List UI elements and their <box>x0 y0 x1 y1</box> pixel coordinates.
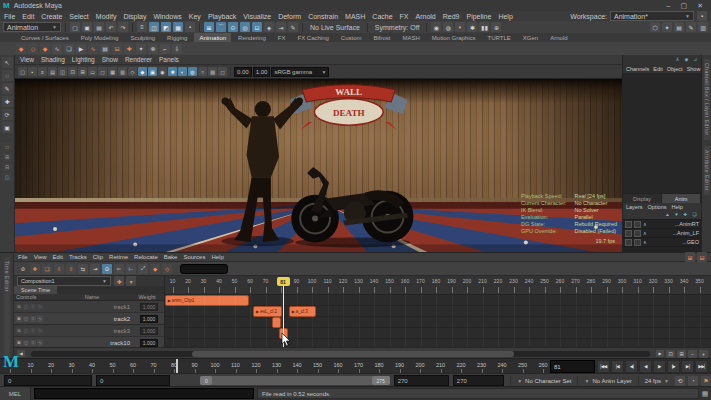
time-editor-menu-edit[interactable]: Edit <box>53 254 63 260</box>
gamma-field[interactable]: 1.00 <box>253 67 271 77</box>
play-backwards-button[interactable]: ◀ <box>639 360 652 373</box>
select-hierarchy-icon[interactable]: ≡ <box>137 22 147 32</box>
track-control-icon[interactable]: ≡ <box>30 304 36 310</box>
te-set-key-icon[interactable]: ◆ <box>150 264 160 274</box>
time-editor-menu-relocate[interactable]: Relocate <box>134 254 158 260</box>
lock-camera-icon[interactable]: ▪ <box>28 67 37 76</box>
layer-mute-toggle[interactable] <box>625 230 632 237</box>
set-breakdown-icon[interactable]: ◇ <box>28 44 38 54</box>
empty-anim-layer-icon[interactable]: ✚ <box>682 211 689 218</box>
te-mute-all-icon[interactable]: ⊘ <box>18 264 28 274</box>
render-current-frame-icon[interactable]: ◍ <box>443 22 453 32</box>
range-start-handle[interactable]: 0 <box>200 376 212 385</box>
motorcycle-silhouette[interactable] <box>282 155 428 248</box>
no-live-surface-label[interactable]: No Live Surface <box>310 24 360 31</box>
go-to-start-button[interactable]: |◀◀ <box>597 360 610 373</box>
scene-time-tab[interactable]: Scene Time <box>14 286 57 294</box>
menu-display[interactable]: Display <box>123 13 146 20</box>
snap-to-grid-icon[interactable]: ⊞ <box>204 22 214 32</box>
channel-box-menu-edit[interactable]: Edit <box>653 66 662 72</box>
redo-icon[interactable]: ↷ <box>118 22 128 32</box>
channel-box-icon[interactable]: ▥ <box>698 22 708 32</box>
mel-language-button[interactable]: MEL <box>0 387 31 400</box>
workspace-dropdown[interactable]: Animation* ▼ <box>610 11 694 21</box>
step-forward-key-button[interactable]: |▶ <box>667 360 680 373</box>
select-object-icon[interactable]: ◫ <box>149 22 159 32</box>
time-editor-menu-help[interactable]: Help <box>211 254 223 260</box>
track-weight-value[interactable]: 1.000 <box>140 303 159 311</box>
layer-mute-toggle[interactable] <box>625 239 632 246</box>
time-slider-ruler[interactable]: 0102030405060708090100110120130140150160… <box>0 359 548 374</box>
menu-deform[interactable]: Deform <box>278 13 301 20</box>
track-weight-value[interactable]: 1.000 <box>140 339 159 347</box>
maximize-button[interactable]: ▢ <box>681 2 688 10</box>
paint-select-tool-icon[interactable]: ✎ <box>2 83 13 94</box>
workspace-lock-icon[interactable]: ▪ <box>697 11 707 21</box>
make-live-icon[interactable]: ◈ <box>264 22 274 32</box>
menu-mash[interactable]: MASH <box>345 13 365 20</box>
te-layout-icon[interactable]: ⊟ <box>697 252 707 262</box>
snap-to-view-plane-icon[interactable]: ⊡ <box>252 22 262 32</box>
track-control-icon[interactable]: ≡ <box>30 316 36 322</box>
time-editor-menu-clip[interactable]: Clip <box>93 254 103 260</box>
open-render-view-icon[interactable]: ◉ <box>431 22 441 32</box>
te-export-anim-icon[interactable]: ⇧ <box>66 264 76 274</box>
menu-visualize[interactable]: Visualize <box>243 13 271 20</box>
tool-settings-icon[interactable]: ✎ <box>686 22 696 32</box>
snap-to-curve-icon[interactable]: ⌒ <box>216 22 226 32</box>
shelf-tab-bifrost[interactable]: Bifrost <box>369 33 396 42</box>
shelf-tab-xgen[interactable]: XGen <box>518 33 543 42</box>
ik-handle-icon[interactable]: ⌐ <box>160 44 170 54</box>
select-tool-icon[interactable]: ↖ <box>2 57 13 68</box>
te-frame-all-icon[interactable]: ⊡ <box>666 350 675 358</box>
field-chart-icon[interactable]: ▥ <box>118 67 127 76</box>
track-control-icon[interactable]: ∿ <box>37 304 43 310</box>
layer-menu-layers[interactable]: Layers <box>626 204 643 210</box>
layer-menu-options[interactable]: Options <box>648 204 667 210</box>
animation-end-field[interactable]: 270 <box>453 375 504 386</box>
menu-arnold[interactable]: Arnold <box>416 13 436 20</box>
resolution-gate-icon[interactable]: ◻ <box>98 67 107 76</box>
shaded-icon[interactable]: ◆ <box>138 67 147 76</box>
te-add-group-icon[interactable]: ❏ <box>42 264 52 274</box>
menu-red9[interactable]: Red9 <box>443 13 460 20</box>
anim-layer-row[interactable]: ∧...GEO <box>623 238 701 247</box>
time-editor-search-field[interactable] <box>180 264 228 274</box>
move-layer-up-icon[interactable]: ▲ <box>664 211 671 218</box>
fps-dropdown[interactable]: 24 fps▼ <box>645 378 669 384</box>
select-camera-icon[interactable]: ▢ <box>18 67 27 76</box>
viewport-panel[interactable]: ViewShadingLightingShowRendererPanels ▢▪… <box>15 55 623 252</box>
te-zero-key-icon[interactable]: ◇ <box>162 264 172 274</box>
layer-solo-toggle[interactable] <box>634 239 641 246</box>
textured-icon[interactable]: ▣ <box>148 67 157 76</box>
anim-layer-row[interactable]: ∧...AnimRT <box>623 220 701 229</box>
ghost-icon[interactable]: ❏ <box>64 44 74 54</box>
shelf-tab-rigging[interactable]: Rigging <box>162 33 192 42</box>
layer-tab-anim[interactable]: Anim <box>662 194 701 203</box>
track-weight-value[interactable]: 1.000 <box>140 315 159 323</box>
set-key-icon[interactable]: ◆ <box>16 44 26 54</box>
track-control-icon[interactable]: ∿ <box>37 340 43 346</box>
menu-playback[interactable]: Playback <box>208 13 236 20</box>
set-driven-key-icon[interactable]: ◆ <box>40 44 50 54</box>
motion-trail-icon[interactable]: ∿ <box>52 44 62 54</box>
construction-history-icon[interactable]: ✎ <box>288 22 298 32</box>
composition-dropdown[interactable]: Composition1 ▼ <box>17 276 111 286</box>
bookmarks-icon[interactable]: ▤ <box>48 67 57 76</box>
2d-pan-zoom-icon[interactable]: ⊡ <box>68 67 77 76</box>
create-clip-icon[interactable]: ✚ <box>124 44 134 54</box>
anim-layer-dropdown[interactable]: ▼No Anim Layer <box>584 378 631 384</box>
track-control-icon[interactable]: ∿ <box>37 328 43 334</box>
te-scroll-right-icon[interactable]: ▶ <box>656 350 664 357</box>
viewport-menu-renderer[interactable]: Renderer <box>125 56 152 63</box>
range-end-handle[interactable]: 275 <box>372 376 390 385</box>
graph-editor-icon[interactable]: ∿ <box>88 44 98 54</box>
play-forward-button[interactable]: ▶ <box>653 360 666 373</box>
side-tab-attribute-editor[interactable]: Attribute Editor <box>704 146 710 195</box>
shelf-tab-turtle[interactable]: TURTLE <box>483 33 516 42</box>
range-slider-bar[interactable]: 0 275 <box>200 376 389 385</box>
playback-end-field[interactable]: 270 <box>394 375 449 386</box>
playblast-icon[interactable]: ▶ <box>76 44 86 54</box>
open-scene-icon[interactable]: ▣ <box>82 22 92 32</box>
dope-sheet-icon[interactable]: ▤ <box>100 44 110 54</box>
